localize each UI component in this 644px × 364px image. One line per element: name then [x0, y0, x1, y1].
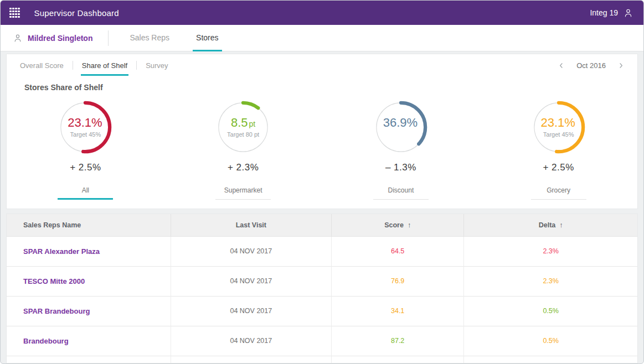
subtab-overall-score[interactable]: Overall Score: [19, 55, 65, 76]
prev-month-icon[interactable]: [557, 61, 565, 70]
delta-cell: 2.3%: [464, 236, 637, 266]
gauge-target: Target 45%: [543, 131, 574, 138]
store-link[interactable]: TESCO Mitte 2000: [7, 266, 171, 296]
gauge-delta: – 1.3%: [385, 162, 416, 173]
gauge-value: 36.9%: [383, 116, 419, 129]
filter-all[interactable]: All: [58, 186, 113, 200]
col-sales-reps-name[interactable]: Sales Reps Name: [7, 214, 171, 236]
gauge-supermarket: 8.5pt Target 80 pt + 2.3% Supermarket: [164, 101, 322, 200]
gauge-delta: + 2.5%: [543, 162, 574, 173]
sort-asc-icon[interactable]: ↑: [559, 221, 563, 229]
gauge-discount: 36.9% – 1.3% Discount: [322, 101, 480, 200]
gauge-target: Target 80 pt: [227, 131, 259, 138]
stores-table-card: Sales Reps Name Last Visit Score↑ Delta↑…: [6, 214, 638, 363]
supervisor-icon: [13, 33, 23, 43]
score-cell: 87.2: [332, 326, 464, 356]
gauge-value: 23.1%: [540, 116, 576, 129]
gauge-target: Target 45%: [70, 131, 101, 138]
app-title: Supervisor Dashboard: [34, 8, 119, 18]
apps-grid-icon[interactable]: [9, 8, 20, 18]
gauge-value: 8.5pt: [231, 116, 255, 129]
gauge-delta: + 2.3%: [228, 162, 259, 173]
table-row: SPAR Brandebourg 04 NOV 2017 34.1 0.5%: [7, 296, 637, 326]
delta-cell: 0.5%: [464, 326, 637, 356]
table-row: Brandebourg 04 NOV 2017 87.2 0.5%: [7, 326, 637, 356]
subtab-divider: [73, 61, 73, 70]
gauge-ring: 36.9%: [374, 101, 427, 154]
subtab-row: Overall Score Share of Shelf Survey Oct …: [7, 54, 637, 76]
delta-cell: 0.5%: [464, 296, 637, 326]
date-navigator: Oct 2016: [557, 61, 625, 70]
gauge-ring: 23.1% Target 45%: [59, 101, 112, 154]
tab-sales-reps[interactable]: Sales Reps: [126, 25, 173, 51]
col-delta[interactable]: Delta↑: [464, 214, 637, 236]
store-link[interactable]: SPAR Alexander Plaza: [7, 236, 171, 266]
top-app-bar: Supervisor Dashboard Integ 19: [1, 1, 643, 25]
nav-divider: [108, 30, 109, 46]
gauge-ring: 23.1% Target 45%: [532, 101, 585, 154]
sort-asc-icon[interactable]: ↑: [408, 221, 411, 229]
gauge-delta: + 2.5%: [70, 162, 101, 173]
last-visit-cell: 04 NOV 2017: [171, 236, 331, 266]
next-month-icon[interactable]: [617, 61, 625, 70]
gauges-row: 23.1% Target 45% + 2.5% All 8: [7, 101, 637, 200]
col-last-visit[interactable]: Last Visit: [171, 214, 331, 236]
content-area: Overall Score Share of Shelf Survey Oct …: [1, 51, 643, 363]
supervisor-name[interactable]: Mildred Singleton: [28, 34, 92, 43]
table-row-empty: [7, 356, 637, 363]
store-link[interactable]: SPAR Brandebourg: [7, 296, 171, 326]
last-visit-cell: 04 NOV 2017: [171, 296, 331, 326]
gauge-all: 23.1% Target 45% + 2.5% All: [7, 101, 164, 200]
table-header-row: Sales Reps Name Last Visit Score↑ Delta↑: [7, 214, 637, 236]
filter-supermarket[interactable]: Supermarket: [215, 186, 271, 200]
score-cell: 64.5: [332, 236, 464, 266]
stores-table: Sales Reps Name Last Visit Score↑ Delta↑…: [7, 214, 637, 363]
store-link[interactable]: Brandebourg: [7, 326, 171, 356]
panel-title: Stores Share of Shelf: [24, 83, 637, 92]
gauge-ring: 8.5pt Target 80 pt: [217, 101, 270, 154]
col-score[interactable]: Score↑: [332, 214, 464, 236]
share-of-shelf-panel: Overall Score Share of Shelf Survey Oct …: [6, 54, 638, 209]
score-cell: 76.9: [332, 266, 464, 296]
tab-stores[interactable]: Stores: [193, 25, 221, 51]
last-visit-cell: 04 NOV 2017: [171, 326, 331, 356]
table-row: SPAR Alexander Plaza 04 NOV 2017 64.5 2.…: [7, 236, 637, 266]
table-row: TESCO Mitte 2000 04 NOV 2017 76.9 2.3%: [7, 266, 637, 296]
navbar: Mildred Singleton Sales Reps Stores: [1, 25, 643, 51]
subtab-share-of-shelf[interactable]: Share of Shelf: [81, 55, 128, 76]
last-visit-cell: 04 NOV 2017: [171, 266, 331, 296]
filter-discount[interactable]: Discount: [373, 186, 429, 200]
filter-grocery[interactable]: Grocery: [531, 186, 586, 200]
user-profile-icon[interactable]: [623, 8, 633, 18]
subtab-divider: [136, 61, 137, 70]
gauge-grocery: 23.1% Target 45% + 2.5% Grocery: [480, 101, 637, 200]
score-cell: 34.1: [332, 296, 464, 326]
current-period: Oct 2016: [576, 61, 606, 70]
logged-in-user: Integ 19: [590, 8, 618, 17]
subtab-survey[interactable]: Survey: [145, 55, 169, 76]
gauge-value: 23.1%: [68, 116, 103, 129]
delta-cell: 2.3%: [464, 266, 637, 296]
app-window: Supervisor Dashboard Integ 19 Mildred Si…: [0, 0, 644, 364]
